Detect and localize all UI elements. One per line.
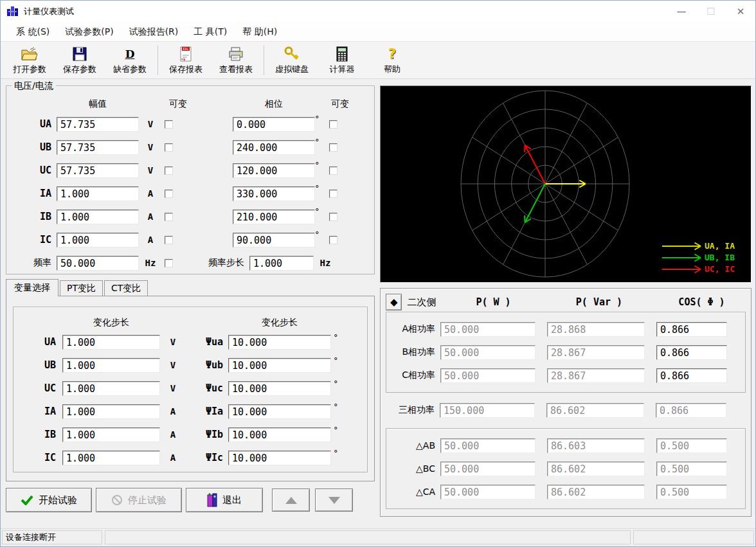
save-report-button[interactable]: EXL 保存报表: [161, 43, 211, 78]
menu-help[interactable]: 帮 助(H): [235, 24, 285, 40]
vc-row-ua: UA V °: [17, 112, 374, 136]
voltage-current-header-row: 幅值 可变 相位 可变: [17, 95, 374, 112]
tab-variable-select[interactable]: 变量选择: [6, 279, 59, 296]
step-group: 变化步长 变化步长 UA V Ψua ° UB V Ψub: [13, 307, 368, 472]
scroll-down-button[interactable]: [315, 489, 353, 512]
psi-uc-step-input[interactable]: [228, 381, 331, 396]
open-params-button[interactable]: 打开参数: [4, 43, 55, 78]
ia-amplitude-variable-checkbox[interactable]: [165, 190, 173, 198]
variable-select-panel: 变化步长 变化步长 UA V Ψua ° UB V Ψub: [6, 296, 375, 481]
ic-amplitude-variable-checkbox[interactable]: [165, 236, 173, 244]
ib-phase-input[interactable]: [233, 210, 315, 224]
calculator-button[interactable]: 计算器: [317, 43, 367, 78]
ia-step-input[interactable]: [62, 404, 160, 419]
unit-label: V: [160, 360, 186, 370]
scroll-up-button[interactable]: [272, 489, 310, 512]
ub-phase-variable-checkbox[interactable]: [329, 143, 338, 152]
ia-phase-input[interactable]: [233, 186, 315, 201]
ua-phase-input[interactable]: [233, 117, 315, 132]
menu-test-report[interactable]: 试验报告(R): [122, 24, 186, 40]
row-label: △CA: [386, 487, 440, 497]
ub-amplitude-input[interactable]: [57, 140, 139, 155]
ib-amplitude-input[interactable]: [57, 210, 139, 224]
uc-phase-variable-checkbox[interactable]: [329, 166, 338, 175]
frequency-step-input[interactable]: [249, 256, 314, 271]
diamond-marker-button[interactable]: ◆: [386, 294, 402, 310]
row-label: IC: [24, 452, 62, 463]
start-test-button[interactable]: 开始试验: [6, 488, 92, 512]
psi-ib-step-input[interactable]: [228, 427, 331, 442]
ub-amplitude-variable-checkbox[interactable]: [165, 143, 173, 152]
minimize-button[interactable]: —: [667, 1, 696, 22]
exit-button[interactable]: 退出: [186, 488, 263, 512]
frequency-input[interactable]: [57, 256, 139, 271]
menu-test-params[interactable]: 试验参数(P): [57, 24, 121, 40]
action-buttons-row: 开始试验 停止试验 退出: [6, 488, 375, 512]
open-folder-icon: [21, 45, 38, 63]
help-button[interactable]: ? 帮助: [367, 43, 417, 78]
uc-step-input[interactable]: [62, 381, 160, 396]
ub-step-input[interactable]: [62, 358, 160, 373]
ua-amplitude-variable-checkbox[interactable]: [165, 120, 173, 129]
ic-phase-variable-checkbox[interactable]: [329, 236, 338, 244]
row-label: IC: [17, 234, 57, 246]
ua-amplitude-input[interactable]: [57, 117, 139, 132]
unit-label: V: [139, 119, 162, 129]
uc-amplitude-input[interactable]: [57, 163, 139, 178]
measurements-header: ◆ 二次侧 P( W ) P( Var ) COS( Φ ): [386, 292, 746, 312]
uc-amplitude-variable-checkbox[interactable]: [165, 166, 173, 175]
p-watt-header: P( W ): [446, 296, 541, 308]
ib-amplitude-variable-checkbox[interactable]: [165, 213, 173, 221]
virtual-keyboard-button[interactable]: 虚拟键盘: [267, 43, 317, 78]
degree-symbol: °: [331, 377, 341, 388]
phase-b-power-row: B相功率: [386, 341, 745, 364]
amplitude-header: 幅值: [57, 98, 139, 110]
unit-label: V: [160, 337, 186, 347]
psi-ic-step-input[interactable]: [228, 451, 331, 465]
row-label: UC: [17, 165, 57, 176]
ic-step-input[interactable]: [62, 451, 160, 465]
ic-phase-input[interactable]: [233, 233, 315, 247]
frequency-variable-checkbox[interactable]: [165, 259, 173, 267]
unit-label: A: [139, 211, 162, 222]
down-arrow-icon: [328, 497, 340, 504]
calculator-icon: [336, 45, 348, 63]
delta-ab-p-value: [440, 438, 536, 453]
view-report-button[interactable]: 查看报表: [211, 43, 261, 78]
delta-bc-p-value: [440, 462, 536, 476]
psi-ub-step-input[interactable]: [228, 358, 331, 373]
svg-text:UB, IB: UB, IB: [705, 253, 735, 262]
menu-system[interactable]: 系 统(S): [8, 24, 57, 40]
psi-ia-step-input[interactable]: [228, 404, 331, 419]
degree-symbol: °: [315, 205, 325, 216]
default-params-button[interactable]: D 缺省参数: [105, 43, 155, 78]
total-q-value: [546, 403, 644, 418]
vc-row-ib: IB A °: [17, 205, 374, 228]
question-mark-icon: ?: [388, 45, 396, 63]
psi-ua-step-input[interactable]: [228, 335, 331, 350]
ua-step-input[interactable]: [62, 335, 160, 350]
maximize-button[interactable]: ☐: [696, 1, 726, 22]
up-arrow-icon: [285, 497, 297, 504]
ia-amplitude-input[interactable]: [57, 186, 139, 201]
tab-pt-ratio[interactable]: PT变比: [60, 280, 103, 296]
unit-label: A: [139, 188, 162, 199]
psi-label: Ψub: [186, 359, 228, 371]
tab-ct-ratio[interactable]: CT变比: [104, 280, 148, 296]
ib-phase-variable-checkbox[interactable]: [329, 213, 338, 221]
delta-ca-row: △CA: [386, 480, 745, 503]
row-label: UB: [17, 141, 57, 153]
ic-amplitude-input[interactable]: [57, 233, 139, 247]
ub-phase-input[interactable]: [233, 140, 315, 155]
ib-step-input[interactable]: [62, 427, 160, 442]
save-params-button[interactable]: 保存参数: [55, 43, 105, 78]
delta-ca-cos-value: [656, 485, 727, 499]
menu-tools[interactable]: 工 具(T): [186, 24, 235, 40]
delta-power-group: △AB △BC △CA: [386, 428, 746, 509]
ia-phase-variable-checkbox[interactable]: [329, 190, 338, 198]
stop-test-button[interactable]: 停止试验: [96, 488, 182, 512]
ua-phase-variable-checkbox[interactable]: [329, 120, 338, 129]
uc-phase-input[interactable]: [233, 163, 315, 178]
close-button[interactable]: ✕: [726, 1, 755, 22]
delta-bc-row: △BC: [386, 457, 745, 480]
